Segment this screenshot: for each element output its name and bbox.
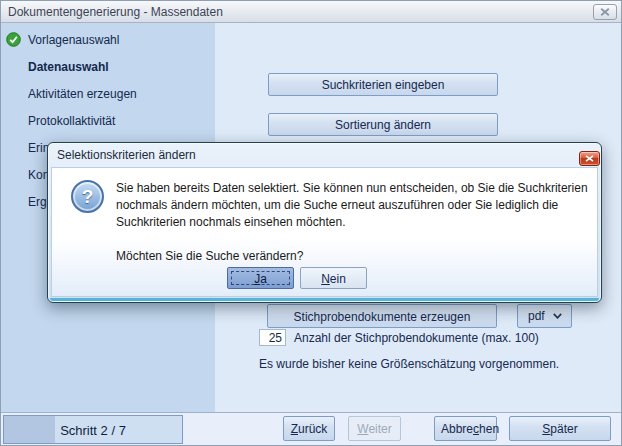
chevron-down-icon (553, 313, 562, 319)
close-icon (585, 155, 594, 162)
cancel-button[interactable]: Abbrechen (434, 416, 497, 441)
dialog-title: Selektionskriterien ändern (57, 148, 196, 162)
selection-criteria-dialog: Selektionskriterien ändern ? Sie haben b… (47, 142, 602, 303)
footer-bar: Schritt 2 / 7 Zurück Weiter Abbrechen Sp… (1, 412, 622, 446)
sample-count-input[interactable] (259, 329, 286, 346)
dialog-message-line: Suchkriterien nochmals einsehen möchten. (116, 214, 588, 231)
sample-documents-button[interactable]: Stichprobendokumente erzeugen (267, 304, 497, 328)
sidebar-step-vorlagenauswahl[interactable]: Vorlagenauswahl (1, 32, 215, 50)
format-select[interactable]: pdf (517, 304, 572, 328)
document-generation-window: Dokumentengenerierung - Massendaten Vorl… (0, 0, 622, 446)
dialog-question: Möchten Sie die Suche verändern? (116, 249, 303, 263)
search-criteria-button[interactable]: Suchkriterien eingeben (268, 73, 498, 96)
step-label: Datenauswahl (28, 60, 109, 74)
no-button[interactable]: Nein (300, 267, 367, 289)
dialog-message-line: Sie haben bereits Daten selektiert. Sie … (116, 180, 588, 197)
check-icon (6, 32, 21, 47)
size-estimate-note: Es wurde bisher keine Größenschätzung vo… (259, 357, 559, 371)
yes-button[interactable]: Ja (227, 267, 294, 289)
close-icon (600, 8, 610, 16)
dialog-message-line: nochmals ändern möchten, um die Suche er… (116, 197, 588, 214)
step-label: Aktivitäten erzeugen (28, 87, 137, 101)
sidebar-step-aktivitaeten-erzeugen[interactable]: Aktivitäten erzeugen (1, 86, 215, 104)
format-select-value: pdf (528, 305, 545, 327)
back-button[interactable]: Zurück (283, 416, 335, 441)
continue-later-button[interactable]: Später fortsetzen (509, 416, 611, 441)
next-button[interactable]: Weiter (348, 416, 401, 441)
step-progress-bar: Schritt 2 / 7 (3, 415, 183, 444)
dialog-close-button[interactable] (579, 151, 600, 166)
title-bar: Dokumentengenerierung - Massendaten (1, 1, 621, 23)
sidebar-step-datenauswahl[interactable]: Datenauswahl (1, 59, 215, 77)
window-close-button[interactable] (593, 4, 617, 20)
dialog-title-bar: Selektionskriterien ändern (48, 143, 601, 167)
sample-count-label: Anzahl der Stichprobendokumente (max. 10… (294, 331, 539, 345)
window-title: Dokumentengenerierung - Massendaten (8, 5, 223, 19)
question-icon: ? (71, 180, 104, 213)
dialog-body: ? Sie haben bereits Daten selektiert. Si… (51, 167, 598, 297)
sort-change-button[interactable]: Sortierung ändern (268, 113, 498, 136)
step-label: Protokollaktivität (28, 114, 115, 128)
dialog-message: Sie haben bereits Daten selektiert. Sie … (116, 180, 588, 231)
progress-label: Schritt 2 / 7 (4, 423, 182, 438)
step-label: Vorlagenauswahl (28, 33, 119, 47)
sidebar-step-protokollaktivitaet[interactable]: Protokollaktivität (1, 113, 215, 131)
